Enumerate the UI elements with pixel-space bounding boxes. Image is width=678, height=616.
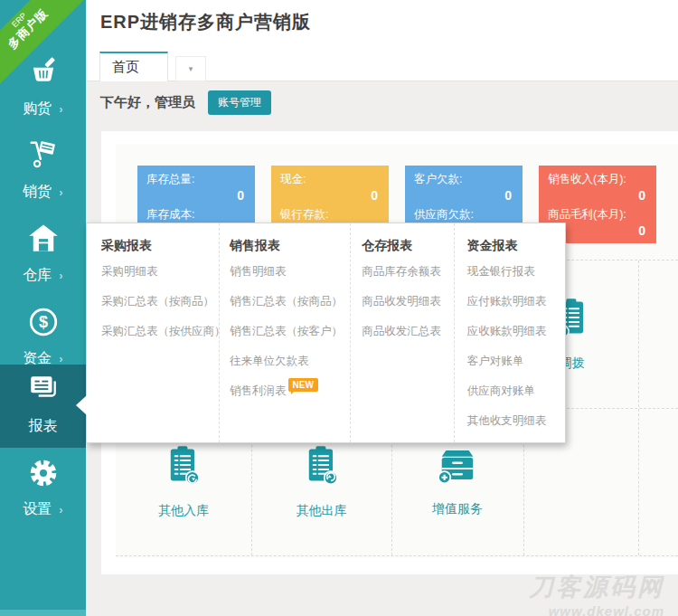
- stat-label: 库存成本:: [146, 207, 246, 222]
- flyout-item-sales-summary-product[interactable]: 销售汇总表（按商品）: [230, 287, 350, 317]
- sidebar-item-label: 仓库: [23, 267, 52, 282]
- clipboard-arrow-in-icon: [165, 444, 202, 489]
- stat-label: 银行存款:: [280, 207, 380, 222]
- chevron-right-icon: ›: [59, 185, 62, 199]
- sidebar-item-warehouse[interactable]: 仓库›: [0, 213, 86, 297]
- chevron-right-icon: ›: [59, 352, 62, 365]
- flyout-item-other-inout-detail[interactable]: 其他收支明细表: [467, 406, 565, 436]
- flyout-column-fund-reports: 资金报表 现金银行报表 应付账款明细表 应收账款明细表 客户对账单 供应商对账单…: [455, 223, 565, 442]
- flyout-item-cash-bank[interactable]: 现金银行报表: [467, 257, 565, 287]
- watermark: 刀客源码网 www.dkewl.com: [529, 573, 664, 616]
- chevron-right-icon: ›: [59, 503, 62, 516]
- sidebar-footer-strip: [0, 610, 86, 616]
- new-badge: NEW: [288, 378, 318, 392]
- flyout-section-header: 资金报表: [467, 238, 565, 254]
- sidebar-item-label: 报表: [29, 418, 58, 433]
- stat-value: 0: [280, 186, 380, 204]
- tab-home[interactable]: 首页: [99, 52, 168, 82]
- shortcut-label: 增值服务: [432, 501, 483, 517]
- stat-label: 库存总量:: [146, 172, 246, 186]
- stat-row: 现金: 0: [280, 172, 380, 204]
- flyout-item-purchase-summary-product[interactable]: 采购汇总表（按商品）: [101, 287, 219, 317]
- shortcut-label: 其他入库: [158, 503, 209, 519]
- gear-icon: [0, 448, 86, 497]
- sidebar-item-reports[interactable]: 报表: [0, 365, 86, 448]
- flyout-item-payable-detail[interactable]: 应付账款明细表: [467, 287, 565, 317]
- cabinet-plus-icon: [437, 446, 478, 488]
- flyout-item-stock-balance[interactable]: 商品库存余额表: [362, 257, 453, 287]
- dollar-circle-icon: $: [0, 297, 86, 346]
- stat-label: 现金:: [280, 172, 380, 186]
- stat-row: 客户欠款: 0: [414, 172, 513, 204]
- flyout-item-purchase-summary-supplier[interactable]: 采购汇总表（按供应商）: [101, 317, 219, 346]
- sidebar: 购货› 销货›: [0, 0, 86, 616]
- flyout-item-stock-inout-detail[interactable]: 商品收发明细表: [362, 287, 453, 317]
- svg-text:$: $: [38, 313, 47, 331]
- sidebar-item-sales[interactable]: 销货›: [0, 130, 86, 213]
- flyout-column-sales-reports: 销售报表 销售明细表 销售汇总表（按商品） 销售汇总表（按客户） 往来单位欠款表…: [220, 223, 351, 442]
- flyout-item-sales-summary-customer[interactable]: 销售汇总表（按客户）: [230, 317, 350, 346]
- stat-value: 0: [146, 186, 246, 204]
- flyout-item-receivable-detail[interactable]: 应收账款明细表: [467, 317, 565, 346]
- sidebar-item-settings[interactable]: 设置›: [0, 448, 86, 531]
- watermark-url: www.dkewl.com: [529, 603, 664, 616]
- account-manage-button[interactable]: 账号管理: [208, 90, 271, 115]
- reports-flyout-menu: 采购报表 采购明细表 采购汇总表（按商品） 采购汇总表（按供应商） 销售报表 销…: [86, 223, 566, 443]
- stat-value: 0: [548, 186, 647, 204]
- stat-value: 0: [414, 186, 513, 204]
- stat-label: 供应商欠款:: [414, 207, 513, 222]
- greeting-row: 下午好，管理员 账号管理: [100, 90, 271, 115]
- flyout-item-sales-profit[interactable]: 销售利润表NEW: [230, 376, 350, 406]
- flyout-column-purchase-reports: 采购报表 采购明细表 采购汇总表（按商品） 采购汇总表（按供应商）: [87, 223, 220, 442]
- clipboard-arrow-out-icon: [303, 444, 341, 489]
- flyout-item-stock-inout-summary[interactable]: 商品收发汇总表: [362, 317, 453, 346]
- tab-bar: 首页 ▾: [86, 50, 678, 81]
- erp-app-window: 购货› 销货›: [0, 0, 678, 616]
- flyout-section-header: 仓存报表: [362, 238, 453, 254]
- watermark-title: 刀客源码网: [529, 573, 664, 603]
- app-header: ERP进销存多商户营销版 系统管理: [86, 0, 678, 50]
- cart-icon: [0, 130, 86, 179]
- report-icon: [0, 365, 86, 413]
- sidebar-item-label: 设置: [23, 501, 52, 516]
- stat-label: 销售收入(本月):: [548, 172, 647, 186]
- page-title: ERP进销存多商户营销版: [100, 10, 311, 34]
- tab-dropdown-caret-icon[interactable]: ▾: [175, 56, 206, 81]
- flyout-item-purchase-detail[interactable]: 采购明细表: [101, 257, 219, 287]
- flyout-item-supplier-statement[interactable]: 供应商对账单: [467, 376, 565, 406]
- stat-row: 库存总量: 0: [146, 172, 246, 204]
- warehouse-icon: [0, 213, 86, 262]
- flyout-item-label: 销售利润表: [230, 384, 287, 397]
- flyout-item-counterparty-debt[interactable]: 往来单位欠款表: [230, 346, 350, 376]
- greeting-text: 下午好，管理员: [100, 94, 195, 111]
- stat-row: 销售收入(本月): 0: [548, 172, 647, 204]
- flyout-item-sales-detail[interactable]: 销售明细表: [230, 257, 350, 287]
- sidebar-item-label: 资金: [23, 350, 52, 365]
- flyout-item-customer-statement[interactable]: 客户对账单: [467, 346, 565, 376]
- shortcut-label: 其他出库: [297, 503, 347, 519]
- sidebar-item-label: 购货: [23, 100, 52, 116]
- chevron-right-icon: ›: [59, 269, 62, 282]
- sidebar-item-label: 销货: [23, 184, 52, 199]
- stat-label: 商品毛利(本月):: [548, 207, 647, 222]
- flyout-section-header: 销售报表: [230, 238, 350, 254]
- flyout-section-header: 采购报表: [101, 238, 219, 254]
- stat-label: 客户欠款:: [414, 172, 513, 186]
- flyout-arrow-pointer: [76, 395, 87, 415]
- chevron-right-icon: ›: [59, 102, 62, 116]
- flyout-column-stock-reports: 仓存报表 商品库存余额表 商品收发明细表 商品收发汇总表: [351, 223, 454, 442]
